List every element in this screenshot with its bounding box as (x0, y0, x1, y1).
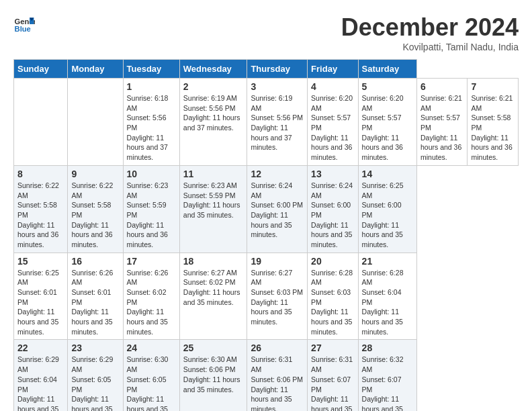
calendar-cell: 9Sunrise: 6:22 AMSunset: 5:58 PMDaylight… (68, 165, 123, 253)
day-number: 23 (71, 342, 119, 353)
day-info: Sunrise: 6:28 AMSunset: 6:03 PMDaylight:… (311, 268, 354, 337)
day-header-friday: Friday (308, 60, 358, 79)
calendar-cell: 2Sunrise: 6:19 AMSunset: 5:56 PMDaylight… (179, 79, 247, 166)
calendar-cell: 1Sunrise: 6:18 AMSunset: 5:56 PMDaylight… (123, 79, 179, 166)
day-number: 20 (311, 256, 354, 267)
calendar-cell: 12Sunrise: 6:24 AMSunset: 6:00 PMDayligh… (247, 165, 308, 253)
day-number: 21 (362, 256, 413, 267)
calendar-cell: 3Sunrise: 6:19 AMSunset: 5:56 PMDaylight… (247, 79, 308, 166)
calendar-cell: 10Sunrise: 6:23 AMSunset: 5:59 PMDayligh… (123, 165, 179, 253)
day-number: 28 (362, 342, 413, 353)
day-header-wednesday: Wednesday (179, 60, 247, 79)
calendar-cell: 25Sunrise: 6:30 AMSunset: 6:06 PMDayligh… (179, 340, 247, 411)
day-number: 5 (362, 81, 413, 92)
day-number: 26 (251, 342, 304, 353)
calendar-cell: 22Sunrise: 6:29 AMSunset: 6:04 PMDayligh… (14, 340, 68, 411)
day-info: Sunrise: 6:20 AMSunset: 5:57 PMDaylight:… (362, 93, 413, 163)
day-info: Sunrise: 6:32 AMSunset: 6:07 PMDaylight:… (362, 355, 413, 411)
calendar-cell: 18Sunrise: 6:27 AMSunset: 6:02 PMDayligh… (179, 253, 247, 340)
calendar-cell: 11Sunrise: 6:23 AMSunset: 5:59 PMDayligh… (179, 165, 247, 253)
calendar-cell (14, 79, 68, 166)
day-number: 27 (311, 342, 354, 353)
calendar-cell (68, 79, 123, 166)
day-number: 6 (420, 81, 463, 92)
day-info: Sunrise: 6:24 AMSunset: 6:00 PMDaylight:… (311, 181, 354, 250)
day-info: Sunrise: 6:31 AMSunset: 6:06 PMDaylight:… (251, 355, 304, 411)
day-number: 25 (183, 342, 244, 353)
day-info: Sunrise: 6:23 AMSunset: 5:59 PMDaylight:… (183, 181, 244, 220)
day-number: 11 (183, 169, 244, 179)
day-info: Sunrise: 6:25 AMSunset: 6:00 PMDaylight:… (362, 181, 413, 250)
day-number: 24 (127, 342, 176, 353)
calendar-cell: 20Sunrise: 6:28 AMSunset: 6:03 PMDayligh… (308, 253, 358, 340)
day-info: Sunrise: 6:25 AMSunset: 6:01 PMDaylight:… (17, 268, 64, 337)
calendar-cell: 17Sunrise: 6:26 AMSunset: 6:02 PMDayligh… (123, 253, 179, 340)
page-header: General Blue December 2024 Kovilpatti, T… (13, 13, 519, 52)
day-number: 18 (183, 256, 244, 267)
calendar-header-row: SundayMondayTuesdayWednesdayThursdayFrid… (14, 60, 519, 79)
svg-text:Blue: Blue (15, 25, 31, 33)
month-title: December 2024 (341, 13, 519, 42)
day-info: Sunrise: 6:21 AMSunset: 5:58 PMDaylight:… (471, 93, 515, 163)
calendar-cell: 6Sunrise: 6:21 AMSunset: 5:57 PMDaylight… (416, 79, 467, 166)
day-info: Sunrise: 6:27 AMSunset: 6:03 PMDaylight:… (251, 268, 304, 327)
day-number: 8 (17, 169, 64, 179)
day-number: 12 (251, 169, 304, 179)
calendar-cell: 21Sunrise: 6:28 AMSunset: 6:04 PMDayligh… (358, 253, 416, 340)
calendar-cell: 27Sunrise: 6:31 AMSunset: 6:07 PMDayligh… (308, 340, 358, 411)
calendar-cell: 19Sunrise: 6:27 AMSunset: 6:03 PMDayligh… (247, 253, 308, 340)
day-info: Sunrise: 6:29 AMSunset: 6:04 PMDaylight:… (17, 355, 64, 411)
day-info: Sunrise: 6:19 AMSunset: 5:56 PMDaylight:… (251, 93, 304, 152)
calendar-cell: 8Sunrise: 6:22 AMSunset: 5:58 PMDaylight… (14, 165, 68, 253)
day-number: 17 (127, 256, 176, 267)
calendar-cell: 14Sunrise: 6:25 AMSunset: 6:00 PMDayligh… (358, 165, 416, 253)
day-header-monday: Monday (68, 60, 123, 79)
calendar-week-row: 8Sunrise: 6:22 AMSunset: 5:58 PMDaylight… (14, 165, 519, 253)
day-header-saturday: Saturday (358, 60, 416, 79)
location: Kovilpatti, Tamil Nadu, India (341, 42, 519, 52)
day-number: 7 (471, 81, 515, 92)
calendar-cell: 4Sunrise: 6:20 AMSunset: 5:57 PMDaylight… (308, 79, 358, 166)
day-info: Sunrise: 6:22 AMSunset: 5:58 PMDaylight:… (17, 181, 64, 250)
day-info: Sunrise: 6:29 AMSunset: 6:05 PMDaylight:… (71, 355, 119, 411)
day-number: 19 (251, 256, 304, 267)
day-number: 14 (362, 169, 413, 179)
calendar-cell: 13Sunrise: 6:24 AMSunset: 6:00 PMDayligh… (308, 165, 358, 253)
day-info: Sunrise: 6:24 AMSunset: 6:00 PMDaylight:… (251, 181, 304, 240)
calendar-cell: 23Sunrise: 6:29 AMSunset: 6:05 PMDayligh… (68, 340, 123, 411)
day-info: Sunrise: 6:20 AMSunset: 5:57 PMDaylight:… (311, 93, 354, 163)
day-info: Sunrise: 6:19 AMSunset: 5:56 PMDaylight:… (183, 93, 244, 133)
day-number: 3 (251, 81, 304, 92)
calendar-cell: 5Sunrise: 6:20 AMSunset: 5:57 PMDaylight… (358, 79, 416, 166)
day-number: 1 (127, 81, 176, 92)
logo: General Blue (13, 13, 35, 35)
day-info: Sunrise: 6:23 AMSunset: 5:59 PMDaylight:… (127, 181, 176, 250)
calendar-week-row: 22Sunrise: 6:29 AMSunset: 6:04 PMDayligh… (14, 340, 519, 411)
day-info: Sunrise: 6:28 AMSunset: 6:04 PMDaylight:… (362, 268, 413, 337)
day-info: Sunrise: 6:30 AMSunset: 6:06 PMDaylight:… (183, 355, 244, 394)
day-number: 9 (71, 169, 119, 179)
day-number: 10 (127, 169, 176, 179)
calendar-cell: 15Sunrise: 6:25 AMSunset: 6:01 PMDayligh… (14, 253, 68, 340)
calendar-cell: 28Sunrise: 6:32 AMSunset: 6:07 PMDayligh… (358, 340, 416, 411)
day-number: 2 (183, 81, 244, 92)
day-header-thursday: Thursday (247, 60, 308, 79)
calendar-cell: 24Sunrise: 6:30 AMSunset: 6:05 PMDayligh… (123, 340, 179, 411)
day-header-tuesday: Tuesday (123, 60, 179, 79)
day-info: Sunrise: 6:22 AMSunset: 5:58 PMDaylight:… (71, 181, 119, 250)
day-number: 15 (17, 256, 64, 267)
day-info: Sunrise: 6:21 AMSunset: 5:57 PMDaylight:… (420, 93, 463, 163)
day-header-sunday: Sunday (14, 60, 68, 79)
day-info: Sunrise: 6:30 AMSunset: 6:05 PMDaylight:… (127, 355, 176, 411)
logo-icon: General Blue (13, 13, 35, 35)
calendar-body: 1Sunrise: 6:18 AMSunset: 5:56 PMDaylight… (14, 79, 519, 412)
day-info: Sunrise: 6:18 AMSunset: 5:56 PMDaylight:… (127, 93, 176, 163)
calendar-cell: 7Sunrise: 6:21 AMSunset: 5:58 PMDaylight… (468, 79, 519, 166)
day-number: 4 (311, 81, 354, 92)
calendar-cell: 16Sunrise: 6:26 AMSunset: 6:01 PMDayligh… (68, 253, 123, 340)
calendar-table: SundayMondayTuesdayWednesdayThursdayFrid… (13, 59, 519, 411)
day-info: Sunrise: 6:27 AMSunset: 6:02 PMDaylight:… (183, 268, 244, 308)
day-number: 13 (311, 169, 354, 179)
title-block: December 2024 Kovilpatti, Tamil Nadu, In… (341, 13, 519, 52)
day-info: Sunrise: 6:31 AMSunset: 6:07 PMDaylight:… (311, 355, 354, 411)
